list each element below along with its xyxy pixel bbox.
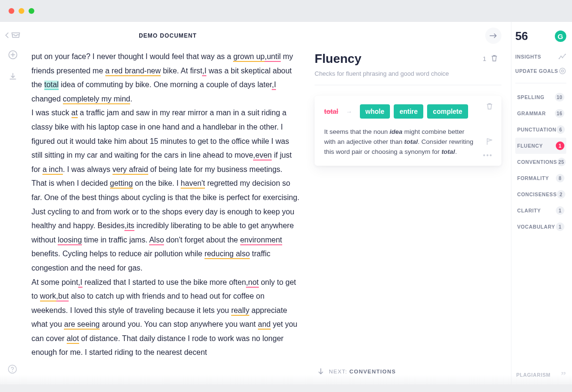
suggestion-text: It seems that the noun idea might combin…: [324, 127, 492, 157]
card-delete-button[interactable]: [486, 102, 493, 112]
arrow-down-icon: [318, 368, 323, 375]
suggestion-card[interactable]: total → whole entire complete It seems t…: [315, 96, 501, 166]
goals-link[interactable]: UPDATE GOALS: [515, 64, 566, 78]
window-minimize-button[interactable]: [19, 8, 24, 14]
panel-delete-button[interactable]: [491, 54, 498, 63]
removed-word: total: [324, 108, 338, 115]
category-name: SPELLING: [517, 94, 544, 100]
window-close-button[interactable]: [9, 8, 14, 14]
insights-link[interactable]: INSIGHTS: [515, 50, 566, 64]
arrow-right-icon: [490, 33, 497, 39]
download-icon: [9, 72, 17, 81]
divider: [515, 83, 566, 83]
category-grammar[interactable]: GRAMMAR16: [515, 105, 566, 121]
left-toolbar: [0, 22, 26, 392]
category-name: PUNCTUATION: [517, 127, 556, 132]
category-fluency[interactable]: FLUENCY1: [515, 138, 566, 154]
target-icon: [559, 67, 566, 75]
category-name: CONCISENESS: [517, 191, 557, 197]
category-count: 10: [555, 93, 564, 101]
chevron-left-icon: [5, 32, 9, 38]
score-column: 56 G INSIGHTS UPDATE GOALS SPELLING10GRA…: [511, 22, 572, 392]
trash-icon: [491, 54, 498, 62]
category-count: 8: [556, 174, 564, 182]
category-count: 1: [556, 206, 564, 215]
quote-icon: ”: [561, 372, 566, 378]
panel-title: Fluency: [315, 51, 361, 66]
panel-count: 1: [483, 55, 486, 62]
card-flag-button[interactable]: [486, 138, 493, 147]
replacement-chip[interactable]: complete: [427, 104, 468, 119]
card-more-button[interactable]: •••: [483, 151, 493, 159]
category-count: 25: [557, 158, 566, 166]
svg-point-5: [562, 57, 563, 59]
document-title[interactable]: DEMO DOCUMENT: [31, 22, 304, 50]
overall-score: 56: [515, 30, 528, 43]
category-count: 1: [556, 222, 564, 231]
next-category-button[interactable]: NEXT: CONVENTIONS: [318, 368, 396, 375]
plus-circle-icon: [8, 50, 18, 60]
category-name: GRAMMAR: [517, 111, 546, 116]
replacement-chip[interactable]: whole: [360, 104, 390, 119]
help-button[interactable]: [8, 364, 17, 376]
svg-point-8: [562, 70, 564, 72]
category-name: VOCABULARY: [517, 224, 555, 230]
category-clarity[interactable]: CLARITY1: [515, 202, 566, 219]
category-name: FLUENCY: [517, 143, 543, 149]
category-name: CONVENTIONS: [517, 159, 557, 165]
category-count: 16: [555, 109, 564, 118]
flag-icon: [486, 138, 493, 145]
category-vocabulary[interactable]: VOCABULARY1: [515, 219, 566, 235]
document-body[interactable]: put on your face? I never thought I woul…: [31, 50, 304, 392]
category-count: 6: [556, 125, 565, 134]
brand-logo[interactable]: G: [555, 30, 566, 42]
svg-point-4: [561, 56, 562, 57]
svg-point-7: [560, 68, 565, 74]
category-count: 1: [556, 141, 564, 150]
svg-point-2: [12, 371, 13, 372]
inbox-icon: [11, 31, 20, 39]
category-punctuation[interactable]: PUNCTUATION6: [515, 121, 566, 138]
chart-icon: [559, 54, 566, 60]
window-titlebar: [0, 0, 572, 22]
divider: [315, 85, 501, 85]
category-conventions[interactable]: CONVENTIONS25: [515, 154, 566, 170]
toggle-panel-button[interactable]: [485, 28, 501, 44]
panel-subtitle: Checks for fluent phrasing and good word…: [315, 70, 501, 77]
trash-icon: [486, 102, 493, 110]
svg-point-1: [9, 365, 17, 373]
window-zoom-button[interactable]: [29, 8, 34, 14]
help-icon: [8, 364, 17, 374]
new-doc-button[interactable]: [8, 50, 18, 61]
replacement-chip[interactable]: entire: [394, 104, 423, 119]
arrow-icon: →: [346, 108, 352, 115]
category-name: FORMALITY: [517, 175, 549, 181]
download-button[interactable]: [9, 72, 17, 83]
category-name: CLARITY: [517, 208, 541, 213]
category-spelling[interactable]: SPELLING10: [515, 89, 566, 105]
inbox-button[interactable]: [5, 31, 20, 39]
category-formality[interactable]: FORMALITY8: [515, 170, 566, 186]
plagiarism-link[interactable]: PLAGIARISM ”: [516, 372, 566, 378]
category-conciseness[interactable]: CONCISENESS2: [515, 186, 566, 202]
category-count: 2: [557, 190, 565, 199]
